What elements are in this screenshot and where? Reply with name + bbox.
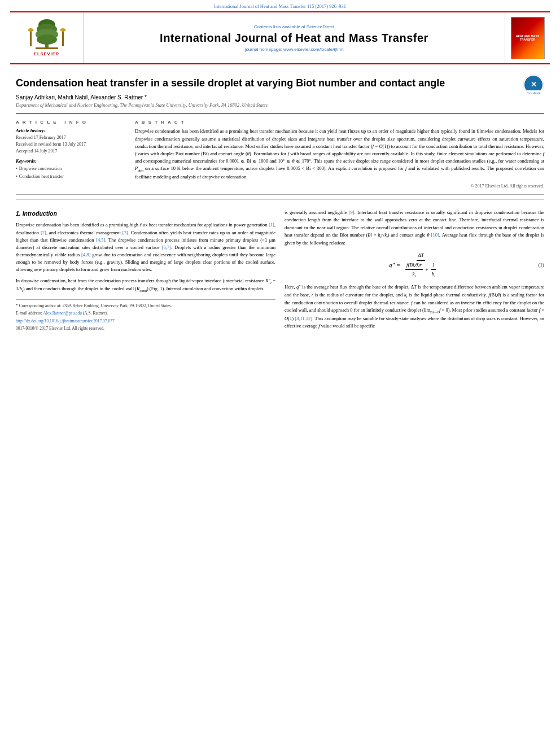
- received-revised-date: Received in revised form 13 July 2017: [16, 141, 126, 148]
- section-divider: [16, 199, 544, 200]
- equation-1-block: q″ = ΔT f(Bi,θ)r ki +: [285, 252, 544, 279]
- footnote-doi: http://dx.doi.org/10.1016/j.ijheatmasstr…: [16, 318, 275, 324]
- journal-header: ELSEVIER Contents lists available at Sci…: [10, 11, 550, 64]
- keyword-1: Dropwise condensation: [16, 165, 126, 173]
- elsevier-logo-section: ELSEVIER: [10, 12, 84, 63]
- svg-point-7: [28, 28, 33, 32]
- journal-citation: International Journal of Heat and Mass T…: [214, 3, 346, 9]
- footnote-email-link[interactable]: Alex.Rattner@psu.edu: [43, 311, 82, 316]
- abstract-text: Dropwise condensation has been identifie…: [135, 128, 544, 181]
- footnote-section: * Corresponding author at: 236A Reber Bu…: [16, 299, 275, 331]
- body-content: 1. Introduction Dropwise condensation ha…: [16, 204, 544, 333]
- journal-homepage: journal homepage: www.elsevier.com/locat…: [245, 47, 344, 52]
- journal-citation-bar: International Journal of Heat and Mass T…: [0, 0, 560, 11]
- elsevier-label: ELSEVIER: [34, 51, 59, 56]
- svg-text:✕: ✕: [531, 80, 537, 89]
- article-title: Condensation heat transfer in a sessile …: [16, 77, 544, 90]
- accepted-date: Accepted 14 July 2017: [16, 148, 126, 155]
- page-wrapper: International Journal of Heat and Mass T…: [0, 0, 560, 747]
- homepage-text: journal homepage: www.elsevier.com/locat…: [245, 47, 344, 52]
- right-para-1: is generally assumed negligible [9]. Int…: [285, 209, 544, 247]
- journal-cover-image: HEAT AND MASS TRANSFER: [511, 17, 545, 59]
- equation-fraction: ΔT f(Bi,θ)r ki + 1: [403, 252, 439, 279]
- journal-cover-text: HEAT AND MASS TRANSFER: [513, 34, 542, 42]
- body-right-column: is generally assumed negligible [9]. Int…: [285, 209, 544, 333]
- footnote-corresponding: * Corresponding author at: 236A Reber Bu…: [16, 303, 275, 309]
- article-title-section: ✕ CrossMark CrossMark Condensation heat …: [16, 70, 544, 114]
- article-authors: Sanjay Adhikari, Mahdi Nabil, Alexander …: [16, 94, 544, 101]
- svg-rect-6: [30, 30, 32, 46]
- article-content: ✕ CrossMark CrossMark Condensation heat …: [0, 64, 560, 339]
- abstract-column: A B S T R A C T Dropwise condensation ha…: [135, 120, 544, 189]
- intro-para-2: In dropwise condensation, heat from the …: [16, 277, 275, 294]
- article-affiliation: Department of Mechanical and Nuclear Eng…: [16, 102, 544, 108]
- doi-link[interactable]: http://dx.doi.org/10.1016/j.ijheatmasstr…: [16, 318, 115, 324]
- journal-title-section: Contents lists available at ScienceDirec…: [84, 12, 505, 63]
- svg-rect-1: [36, 47, 58, 49]
- sciencedirect-line: Contents lists available at ScienceDirec…: [254, 24, 334, 29]
- right-para-2: Here, q″ is the average heat flux throug…: [285, 283, 544, 330]
- sciencedirect-link[interactable]: ScienceDirect: [307, 24, 334, 29]
- svg-rect-8: [62, 30, 64, 46]
- contents-list-text: Contents lists available at: [254, 24, 305, 29]
- authors-text: Sanjay Adhikari, Mahdi Nabil, Alexander …: [16, 94, 147, 101]
- svg-point-9: [60, 28, 65, 32]
- equation-1: q″ = ΔT f(Bi,θ)r ki +: [389, 252, 440, 279]
- equation-number-1: (1): [539, 261, 545, 269]
- article-history-group: Article history: Received 17 February 20…: [16, 128, 126, 155]
- svg-point-5: [37, 34, 57, 45]
- article-info-column: A R T I C L E I N F O Article history: R…: [16, 120, 126, 189]
- received-date: Received 17 February 2017: [16, 134, 126, 141]
- article-info-label: A R T I C L E I N F O: [16, 120, 126, 125]
- intro-para-1: Dropwise condensation has been identifie…: [16, 221, 275, 273]
- intro-heading: 1. Introduction: [16, 209, 275, 218]
- copyright-notice: © 2017 Elsevier Ltd. All rights reserved…: [135, 184, 544, 189]
- elsevier-tree-icon: [24, 19, 69, 50]
- abstract-label: A B S T R A C T: [135, 120, 544, 125]
- keywords-group: Keywords: Dropwise condensation Conducti…: [16, 158, 126, 180]
- article-info-abstract: A R T I C L E I N F O Article history: R…: [16, 114, 544, 195]
- svg-text:CrossMark: CrossMark: [527, 91, 541, 95]
- journal-title: International Journal of Heat and Mass T…: [160, 31, 428, 45]
- footnote-copyright: 0017-9310/© 2017 Elsevier Ltd. All right…: [16, 325, 275, 331]
- keywords-title: Keywords:: [16, 158, 126, 164]
- crossmark-icon: ✕ CrossMark CrossMark: [523, 74, 544, 95]
- article-history-title: Article history:: [16, 128, 126, 133]
- journal-cover-section: HEAT AND MASS TRANSFER: [505, 12, 550, 63]
- footnote-email: E-mail address: Alex.Rattner@psu.edu (A.…: [16, 310, 275, 316]
- body-left-column: 1. Introduction Dropwise condensation ha…: [16, 209, 275, 333]
- keyword-2: Conduction heat transfer: [16, 173, 126, 181]
